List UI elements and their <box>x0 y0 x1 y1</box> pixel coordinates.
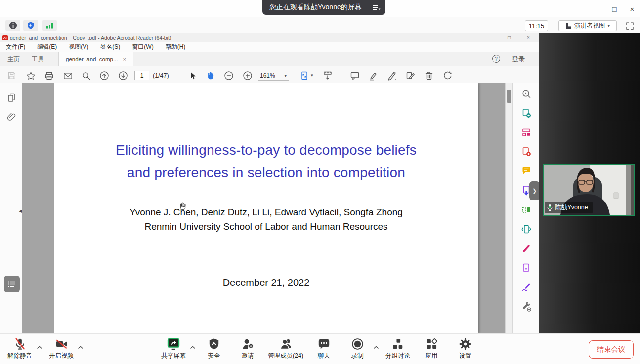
acrobat-menubar: 文件(F) 编辑(E) 视图(V) 签名(S) 窗口(W) 帮助(H) <box>0 42 539 52</box>
acrobat-minimize-button[interactable]: – <box>481 33 497 41</box>
tab-tools[interactable]: 工具 <box>32 55 44 64</box>
save-button[interactable] <box>5 69 18 82</box>
attachments-icon[interactable] <box>5 110 17 122</box>
meeting-screen: 您正在观看陈劼Yvonne的屏幕 – □ × 11:15 <box>0 0 640 364</box>
close-button[interactable]: × <box>625 3 640 15</box>
slide-title: Eliciting willingness-to-pay to decompos… <box>54 139 478 184</box>
fill-sign-tool-button[interactable] <box>404 69 417 82</box>
comment-panel-icon[interactable] <box>520 165 532 177</box>
view-mode-selector[interactable]: 演讲者视图 ▾ <box>558 20 617 31</box>
tab-home[interactable]: 主页 <box>7 55 20 64</box>
search-tools-icon[interactable] <box>520 88 532 100</box>
sign-pen-tool-button[interactable] <box>385 69 398 82</box>
acrobat-close-button[interactable]: × <box>520 33 536 41</box>
fit-page-button[interactable] <box>298 69 311 82</box>
menu-file[interactable]: 文件(F) <box>6 43 25 51</box>
slide-title-line2: and preferences in selection into compet… <box>54 162 478 184</box>
hand-tool-button[interactable] <box>204 69 217 82</box>
screenshare-banner-text: 您正在观看陈劼Yvonne的屏幕 <box>269 3 362 12</box>
expand-panel-handle[interactable]: ❯ <box>529 181 540 200</box>
share-screen-button[interactable]: 共享屏幕 <box>154 337 193 360</box>
pdf-page[interactable]: Eliciting willingness-to-pay to decompos… <box>54 83 478 333</box>
breakout-rooms-label: 分组讨论 <box>385 352 410 360</box>
tab-document[interactable]: gender_and_comp... × <box>58 52 133 66</box>
more-tools-icon[interactable] <box>520 301 532 313</box>
unmute-button[interactable]: 解除静音 <box>0 337 40 360</box>
record-icon <box>351 337 364 351</box>
meeting-security-status-button[interactable] <box>23 20 38 31</box>
participant-video-thumbnail[interactable]: 陈劼Yvonne <box>543 164 635 216</box>
toolbar-divider <box>179 70 179 81</box>
chat-label: 聊天 <box>318 352 330 360</box>
meeting-info-bar: 11:15 演讲者视图 ▾ <box>0 17 640 33</box>
meeting-info-button[interactable] <box>5 20 20 31</box>
banner-menu-icon[interactable] <box>372 4 381 11</box>
meeting-time: 11:15 <box>529 22 545 30</box>
menu-sign[interactable]: 签名(S) <box>100 43 120 51</box>
scrollbar-thumb[interactable] <box>507 90 511 103</box>
meeting-control-bar: 解除静音 开启视频 共享屏幕 安全 <box>0 333 640 364</box>
screen-share-icon <box>167 337 180 351</box>
compress-pdf-icon[interactable] <box>520 223 532 235</box>
page-thumbnails-icon[interactable] <box>5 91 17 103</box>
maximize-button[interactable]: □ <box>607 3 622 15</box>
star-favorite-button[interactable] <box>24 69 37 82</box>
info-icon <box>9 21 17 30</box>
next-page-button[interactable] <box>117 69 129 82</box>
gear-icon <box>459 337 472 351</box>
page-navigation-handle[interactable] <box>4 276 20 292</box>
certificates-sign-icon[interactable] <box>520 281 532 293</box>
minimize-button[interactable]: – <box>588 3 602 15</box>
organize-pages-icon[interactable] <box>520 204 532 216</box>
delete-tool-button[interactable] <box>423 69 435 82</box>
print-button[interactable] <box>43 69 55 82</box>
search-button[interactable] <box>80 69 92 82</box>
end-meeting-button[interactable]: 结束会议 <box>589 340 634 359</box>
collapse-pane-arrow-icon[interactable]: ◀ <box>19 209 22 213</box>
acrobat-app-icon <box>2 35 8 40</box>
create-pdf-icon[interactable] <box>520 146 532 158</box>
screenshare-banner: 您正在观看陈劼Yvonne的屏幕 <box>262 0 385 15</box>
menu-edit[interactable]: 编辑(E) <box>37 43 57 51</box>
menu-window[interactable]: 窗口(W) <box>132 43 153 51</box>
redact-pages-icon[interactable] <box>520 262 532 274</box>
previous-page-button[interactable] <box>98 69 111 82</box>
video-options-chevron[interactable] <box>77 345 84 350</box>
record-button[interactable]: 录制 <box>338 337 377 360</box>
slide-authors: Yvonne J. Chen, Deniz Dutz, Li Li, Edwar… <box>54 205 478 219</box>
breakout-rooms-icon <box>391 337 405 351</box>
network-status-button[interactable] <box>42 20 57 31</box>
pdf-document-area[interactable]: Eliciting willingness-to-pay to decompos… <box>22 83 505 333</box>
page-number-input[interactable] <box>134 71 149 80</box>
highlight-tool-button[interactable] <box>367 69 380 82</box>
fit-page-dropdown-icon[interactable]: ▾ <box>311 73 313 78</box>
export-pdf-icon[interactable] <box>520 107 532 119</box>
fullscreen-button[interactable] <box>623 19 637 32</box>
manage-members-button[interactable]: 管理成员(24) <box>261 337 310 360</box>
document-tab-close-icon[interactable]: × <box>123 56 126 62</box>
security-label: 安全 <box>208 352 220 360</box>
settings-button[interactable]: 设置 <box>445 337 485 360</box>
chevron-down-icon: ▾ <box>284 73 287 78</box>
measure-tool-button[interactable] <box>321 69 334 82</box>
edit-pdf-icon[interactable] <box>520 126 532 138</box>
help-button[interactable]: ? <box>492 55 500 63</box>
fill-and-sign-icon[interactable] <box>520 243 532 254</box>
start-video-button[interactable]: 开启视频 <box>42 337 81 360</box>
vertical-scrollbar[interactable] <box>505 83 512 333</box>
security-shield-icon <box>208 337 220 351</box>
comment-tool-button[interactable] <box>348 69 361 82</box>
select-tool-button[interactable] <box>186 69 199 82</box>
zoom-out-button[interactable] <box>222 69 235 82</box>
menu-help[interactable]: 帮助(H) <box>166 43 186 51</box>
share-screen-label: 共享屏幕 <box>161 352 186 360</box>
sign-in-button[interactable]: 登录 <box>512 55 525 64</box>
video-side-panel: 陈劼Yvonne <box>539 33 640 333</box>
menu-view[interactable]: 视图(V) <box>69 43 88 51</box>
email-button[interactable] <box>61 69 74 82</box>
rotate-tool-button[interactable] <box>441 69 454 82</box>
acrobat-restore-button[interactable]: □ <box>501 33 517 41</box>
zoom-level-dropdown[interactable]: 161% ▾ <box>258 71 289 81</box>
zoom-in-button[interactable] <box>241 69 254 82</box>
camera-off-icon <box>55 337 68 351</box>
